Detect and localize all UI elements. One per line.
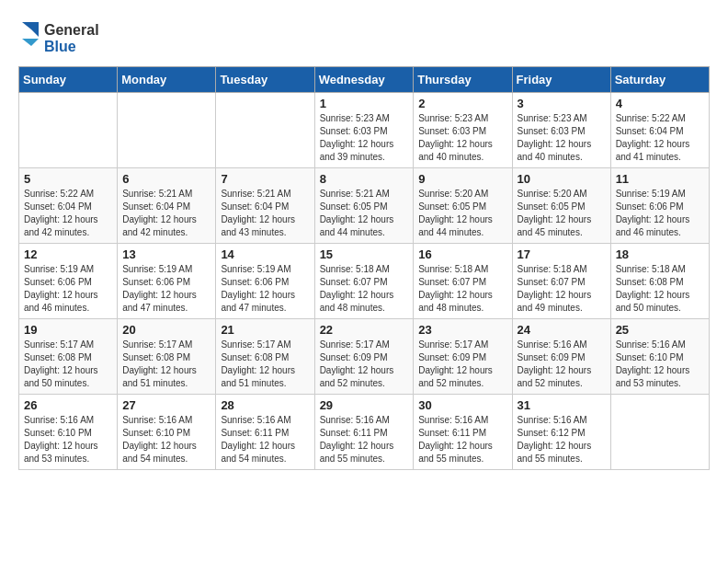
day-number: 1: [320, 97, 409, 110]
calendar-week-row: 26Sunrise: 5:16 AM Sunset: 6:10 PM Dayli…: [19, 395, 710, 470]
calendar-day-cell: 2Sunrise: 5:23 AM Sunset: 6:03 PM Daylig…: [414, 93, 512, 168]
calendar-day-cell: 27Sunrise: 5:16 AM Sunset: 6:10 PM Dayli…: [118, 395, 216, 470]
day-info: Sunrise: 5:17 AM Sunset: 6:08 PM Dayligh…: [24, 339, 112, 390]
calendar-day-cell: 23Sunrise: 5:17 AM Sunset: 6:09 PM Dayli…: [414, 319, 512, 395]
day-number: 23: [418, 323, 506, 337]
logo-icon: GeneralBlue: [18, 18, 110, 57]
calendar-week-row: 1Sunrise: 5:23 AM Sunset: 6:03 PM Daylig…: [19, 93, 710, 168]
calendar-day-cell: [19, 93, 118, 168]
day-info: Sunrise: 5:17 AM Sunset: 6:08 PM Dayligh…: [221, 339, 309, 390]
day-info: Sunrise: 5:18 AM Sunset: 6:07 PM Dayligh…: [320, 263, 409, 315]
day-number: 17: [518, 247, 606, 261]
day-info: Sunrise: 5:20 AM Sunset: 6:05 PM Dayligh…: [518, 188, 606, 239]
calendar-day-cell: 19Sunrise: 5:17 AM Sunset: 6:08 PM Dayli…: [19, 319, 118, 395]
day-number: 15: [320, 247, 409, 261]
calendar-day-cell: 16Sunrise: 5:18 AM Sunset: 6:07 PM Dayli…: [414, 244, 512, 319]
calendar-day-cell: 15Sunrise: 5:18 AM Sunset: 6:07 PM Dayli…: [314, 244, 414, 319]
calendar-day-cell: 8Sunrise: 5:21 AM Sunset: 6:05 PM Daylig…: [314, 168, 414, 244]
calendar-day-cell: 18Sunrise: 5:18 AM Sunset: 6:08 PM Dayli…: [610, 244, 709, 319]
calendar-day-cell: 22Sunrise: 5:17 AM Sunset: 6:09 PM Dayli…: [314, 319, 414, 395]
day-of-week-header: Tuesday: [216, 67, 314, 93]
calendar-day-cell: 25Sunrise: 5:16 AM Sunset: 6:10 PM Dayli…: [610, 319, 709, 395]
day-of-week-header: Thursday: [414, 67, 512, 93]
day-of-week-header: Monday: [118, 67, 216, 93]
day-number: 10: [518, 172, 606, 186]
calendar-day-cell: 17Sunrise: 5:18 AM Sunset: 6:07 PM Dayli…: [512, 244, 610, 319]
day-info: Sunrise: 5:19 AM Sunset: 6:06 PM Dayligh…: [122, 263, 210, 315]
calendar-day-cell: 13Sunrise: 5:19 AM Sunset: 6:06 PM Dayli…: [118, 244, 216, 319]
day-info: Sunrise: 5:16 AM Sunset: 6:10 PM Dayligh…: [24, 414, 112, 465]
day-info: Sunrise: 5:16 AM Sunset: 6:11 PM Dayligh…: [418, 414, 506, 465]
day-info: Sunrise: 5:17 AM Sunset: 6:09 PM Dayligh…: [418, 339, 506, 390]
calendar-day-cell: 12Sunrise: 5:19 AM Sunset: 6:06 PM Dayli…: [19, 244, 118, 319]
day-number: 6: [122, 172, 210, 186]
day-of-week-header: Friday: [512, 67, 610, 93]
calendar-header-row: SundayMondayTuesdayWednesdayThursdayFrid…: [19, 67, 710, 93]
day-of-week-header: Sunday: [19, 67, 118, 93]
day-number: 7: [221, 172, 309, 186]
logo: GeneralBlue: [18, 18, 110, 57]
calendar-day-cell: 24Sunrise: 5:16 AM Sunset: 6:09 PM Dayli…: [512, 319, 610, 395]
day-info: Sunrise: 5:16 AM Sunset: 6:09 PM Dayligh…: [518, 339, 606, 390]
calendar-day-cell: 31Sunrise: 5:16 AM Sunset: 6:12 PM Dayli…: [512, 395, 610, 470]
day-number: 21: [221, 323, 309, 337]
day-info: Sunrise: 5:23 AM Sunset: 6:03 PM Dayligh…: [418, 112, 506, 164]
calendar-week-row: 19Sunrise: 5:17 AM Sunset: 6:08 PM Dayli…: [19, 319, 710, 395]
day-info: Sunrise: 5:21 AM Sunset: 6:05 PM Dayligh…: [320, 188, 409, 239]
day-info: Sunrise: 5:16 AM Sunset: 6:10 PM Dayligh…: [122, 414, 210, 465]
day-number: 5: [24, 172, 112, 186]
calendar-day-cell: 21Sunrise: 5:17 AM Sunset: 6:08 PM Dayli…: [216, 319, 314, 395]
calendar-week-row: 12Sunrise: 5:19 AM Sunset: 6:06 PM Dayli…: [19, 244, 710, 319]
day-info: Sunrise: 5:16 AM Sunset: 6:10 PM Dayligh…: [616, 339, 704, 390]
svg-marker-0: [22, 22, 39, 37]
day-number: 8: [320, 172, 409, 186]
day-info: Sunrise: 5:16 AM Sunset: 6:11 PM Dayligh…: [221, 414, 309, 465]
day-number: 18: [616, 247, 704, 261]
day-info: Sunrise: 5:20 AM Sunset: 6:05 PM Dayligh…: [418, 188, 506, 239]
calendar-day-cell: [216, 93, 314, 168]
calendar-day-cell: 30Sunrise: 5:16 AM Sunset: 6:11 PM Dayli…: [414, 395, 512, 470]
day-number: 28: [221, 398, 309, 412]
day-number: 3: [518, 97, 606, 110]
calendar-day-cell: 7Sunrise: 5:21 AM Sunset: 6:04 PM Daylig…: [216, 168, 314, 244]
day-info: Sunrise: 5:23 AM Sunset: 6:03 PM Dayligh…: [518, 112, 606, 164]
calendar-day-cell: 28Sunrise: 5:16 AM Sunset: 6:11 PM Dayli…: [216, 395, 314, 470]
svg-marker-1: [22, 39, 39, 46]
svg-text:Blue: Blue: [44, 39, 76, 54]
day-info: Sunrise: 5:17 AM Sunset: 6:09 PM Dayligh…: [320, 339, 409, 390]
day-info: Sunrise: 5:23 AM Sunset: 6:03 PM Dayligh…: [320, 112, 409, 164]
day-info: Sunrise: 5:18 AM Sunset: 6:08 PM Dayligh…: [616, 263, 704, 315]
day-number: 9: [418, 172, 506, 186]
calendar-day-cell: [118, 93, 216, 168]
day-info: Sunrise: 5:16 AM Sunset: 6:11 PM Dayligh…: [320, 414, 409, 465]
day-number: 20: [122, 323, 210, 337]
day-number: 30: [418, 398, 506, 412]
day-info: Sunrise: 5:22 AM Sunset: 6:04 PM Dayligh…: [24, 188, 112, 239]
day-info: Sunrise: 5:19 AM Sunset: 6:06 PM Dayligh…: [221, 263, 309, 315]
day-info: Sunrise: 5:16 AM Sunset: 6:12 PM Dayligh…: [518, 414, 606, 465]
day-number: 31: [518, 398, 606, 412]
day-number: 12: [24, 247, 112, 261]
day-info: Sunrise: 5:18 AM Sunset: 6:07 PM Dayligh…: [518, 263, 606, 315]
day-number: 26: [24, 398, 112, 412]
day-info: Sunrise: 5:19 AM Sunset: 6:06 PM Dayligh…: [24, 263, 112, 315]
day-info: Sunrise: 5:18 AM Sunset: 6:07 PM Dayligh…: [418, 263, 506, 315]
calendar-day-cell: 9Sunrise: 5:20 AM Sunset: 6:05 PM Daylig…: [414, 168, 512, 244]
day-number: 2: [418, 97, 506, 110]
calendar-day-cell: 29Sunrise: 5:16 AM Sunset: 6:11 PM Dayli…: [314, 395, 414, 470]
day-info: Sunrise: 5:22 AM Sunset: 6:04 PM Dayligh…: [616, 112, 704, 164]
day-number: 19: [24, 323, 112, 337]
svg-text:General: General: [44, 22, 99, 38]
day-info: Sunrise: 5:19 AM Sunset: 6:06 PM Dayligh…: [616, 188, 704, 239]
page-header: GeneralBlue: [18, 18, 710, 57]
day-info: Sunrise: 5:21 AM Sunset: 6:04 PM Dayligh…: [122, 188, 210, 239]
calendar-day-cell: 6Sunrise: 5:21 AM Sunset: 6:04 PM Daylig…: [118, 168, 216, 244]
day-info: Sunrise: 5:21 AM Sunset: 6:04 PM Dayligh…: [221, 188, 309, 239]
day-of-week-header: Wednesday: [314, 67, 414, 93]
calendar-day-cell: 1Sunrise: 5:23 AM Sunset: 6:03 PM Daylig…: [314, 93, 414, 168]
day-info: Sunrise: 5:17 AM Sunset: 6:08 PM Dayligh…: [122, 339, 210, 390]
day-number: 14: [221, 247, 309, 261]
day-number: 11: [616, 172, 704, 186]
day-number: 25: [616, 323, 704, 337]
calendar-day-cell: [610, 395, 709, 470]
